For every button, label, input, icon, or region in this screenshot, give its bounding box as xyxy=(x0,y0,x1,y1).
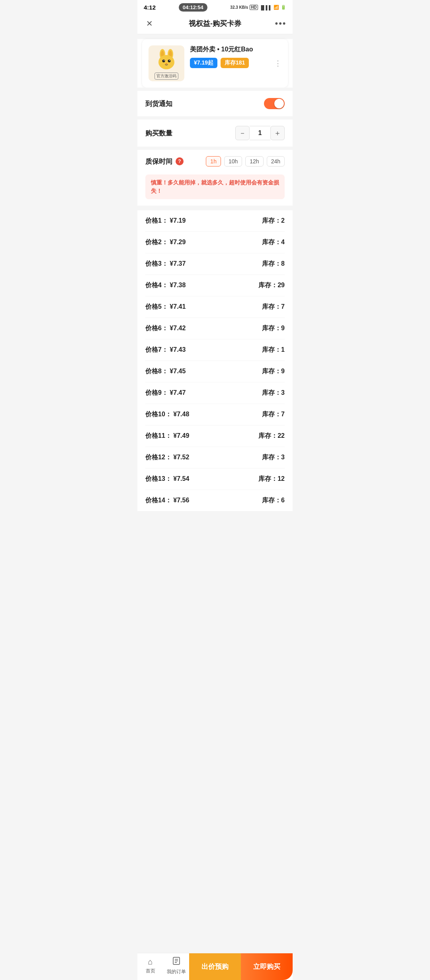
home-label: 首页 xyxy=(146,968,155,974)
price-label: 价格2： ¥7.29 xyxy=(145,238,186,247)
time-option-12h[interactable]: 12h xyxy=(245,156,263,167)
time-option-10h[interactable]: 10h xyxy=(224,156,242,167)
price-row[interactable]: 价格10： ¥7.48库存：7 xyxy=(145,404,285,425)
price-stock: 库存：9 xyxy=(262,324,285,333)
quantity-value: 1 xyxy=(250,126,270,140)
price-stock: 库存：7 xyxy=(262,303,285,311)
price-stock: 库存：29 xyxy=(258,281,285,290)
price-list: 价格1： ¥7.19库存：2价格2： ¥7.29库存：4价格3： ¥7.37库存… xyxy=(137,210,293,511)
nav-bar: ✕ 视权益-购买卡券 ••• xyxy=(137,13,293,34)
divider-4 xyxy=(137,206,293,209)
price-label: 价格5： ¥7.41 xyxy=(145,303,186,311)
price-row[interactable]: 价格5： ¥7.41库存：7 xyxy=(145,296,285,318)
content-body: 官方激活码 美团外卖 • 10元红Bao ¥7.19起 库存181 ⋮ 到货通知… xyxy=(137,39,293,543)
price-stock: 库存：2 xyxy=(262,217,285,225)
quantity-controls: － 1 ＋ xyxy=(235,126,285,140)
price-label: 价格8： ¥7.45 xyxy=(145,367,186,376)
price-stock: 库存：6 xyxy=(262,496,285,505)
signal-icon: ▐▌▌▌ xyxy=(260,5,272,10)
question-icon: ? xyxy=(178,159,181,164)
orders-icon xyxy=(172,956,181,967)
status-bar: 4:12 04:12:54 32.3 KB/s HD ▐▌▌▌ 📶 🔋 xyxy=(137,0,293,13)
price-label: 价格12： ¥7.52 xyxy=(145,453,189,462)
buynow-label: 立即购买 xyxy=(253,962,280,971)
price-stock: 库存：9 xyxy=(262,367,285,376)
quantity-minus-button[interactable]: － xyxy=(235,126,250,140)
price-row[interactable]: 价格11： ¥7.49库存：22 xyxy=(145,425,285,447)
product-more-button[interactable]: ⋮ xyxy=(274,59,281,68)
price-stock: 库存：22 xyxy=(258,432,285,440)
price-row[interactable]: 价格9： ¥7.47库存：3 xyxy=(145,382,285,404)
svg-point-9 xyxy=(166,63,168,65)
price-label: 价格13： ¥7.54 xyxy=(145,475,189,483)
warning-text: 慎重！多久能用掉，就选多久，超时使用会有资金损失！ xyxy=(151,178,279,195)
arrival-notice-toggle[interactable] xyxy=(264,98,285,109)
price-stock: 库存：1 xyxy=(262,346,285,354)
buynow-button[interactable]: 立即购买 xyxy=(241,953,293,980)
stock-tag: 库存181 xyxy=(221,58,249,68)
home-icon: ⌂ xyxy=(148,957,152,966)
page-title: 视权益-购买卡券 xyxy=(155,19,275,28)
arrival-notice-label: 到货通知 xyxy=(145,99,172,108)
price-label: 价格7： ¥7.43 xyxy=(145,346,186,354)
price-label: 价格10： ¥7.48 xyxy=(145,410,189,419)
svg-point-6 xyxy=(168,60,171,63)
product-image: 官方激活码 xyxy=(149,45,184,81)
wifi-icon: 📶 xyxy=(274,5,279,10)
more-button[interactable]: ••• xyxy=(275,18,286,29)
warranty-inner: 质保时间 ? 1h 10h 12h 24h 慎重！多久能用掉，就选多久，超时使用… xyxy=(137,150,293,206)
price-label: 价格9： ¥7.47 xyxy=(145,389,186,397)
price-label: 价格4： ¥7.38 xyxy=(145,281,186,290)
price-stock: 库存：3 xyxy=(262,453,285,462)
product-rabbit-image xyxy=(154,47,178,71)
quantity-row: 购买数量 － 1 ＋ xyxy=(137,120,293,147)
home-tab[interactable]: ⌂ 首页 xyxy=(137,953,163,980)
orders-tab[interactable]: 我的订单 xyxy=(163,953,189,980)
product-card: 官方激活码 美团外卖 • 10元红Bao ¥7.19起 库存181 ⋮ xyxy=(142,39,288,88)
price-row[interactable]: 价格2： ¥7.29库存：4 xyxy=(145,232,285,253)
price-label: 价格1： ¥7.19 xyxy=(145,217,186,225)
status-time: 4:12 xyxy=(144,4,156,11)
status-center-time: 04:12:54 xyxy=(179,3,207,12)
close-button[interactable]: ✕ xyxy=(144,18,155,29)
price-stock: 库存：7 xyxy=(262,410,285,419)
svg-point-5 xyxy=(162,60,165,63)
official-badge: 官方激活码 xyxy=(154,73,178,80)
bottom-nav: ⌂ 首页 我的订单 出价预购 立即购买 xyxy=(137,953,293,980)
price-stock: 库存：3 xyxy=(262,389,285,397)
svg-point-7 xyxy=(164,60,164,61)
preorder-button[interactable]: 出价预购 xyxy=(189,953,241,980)
price-row[interactable]: 价格7： ¥7.43库存：1 xyxy=(145,339,285,361)
arrival-notice-row: 到货通知 xyxy=(137,91,293,116)
price-row[interactable]: 价格6： ¥7.42库存：9 xyxy=(145,318,285,339)
divider-3 xyxy=(137,147,293,150)
time-option-1h[interactable]: 1h xyxy=(206,156,221,167)
preorder-label: 出价预购 xyxy=(201,962,229,971)
toggle-track[interactable] xyxy=(264,98,285,109)
battery-icon: 🔋 xyxy=(281,5,286,10)
price-row[interactable]: 价格12： ¥7.52库存：3 xyxy=(145,447,285,468)
warranty-label-wrap: 质保时间 ? xyxy=(145,157,184,166)
warning-arrow xyxy=(158,174,165,178)
price-stock: 库存：8 xyxy=(262,260,285,268)
product-name: 美团外卖 • 10元红Bao xyxy=(190,45,269,54)
minus-icon: － xyxy=(239,128,246,138)
status-icons: 32.3 KB/s HD ▐▌▌▌ 📶 🔋 xyxy=(230,5,286,10)
warning-banner: 慎重！多久能用掉，就选多久，超时使用会有资金损失！ xyxy=(145,174,285,199)
price-row[interactable]: 价格3： ¥7.37库存：8 xyxy=(145,253,285,275)
price-row[interactable]: 价格4： ¥7.38库存：29 xyxy=(145,275,285,296)
price-row[interactable]: 价格14： ¥7.56库存：6 xyxy=(145,490,285,511)
quantity-plus-button[interactable]: ＋ xyxy=(270,126,285,140)
warranty-section: 质保时间 ? 1h 10h 12h 24h 慎重！多久能用掉，就选多久，超时使用… xyxy=(137,150,293,206)
price-label: 价格14： ¥7.56 xyxy=(145,496,189,505)
price-row[interactable]: 价格1： ¥7.19库存：2 xyxy=(145,210,285,232)
price-stock: 库存：4 xyxy=(262,238,285,247)
help-icon[interactable]: ? xyxy=(176,157,184,165)
warning-container: 慎重！多久能用掉，就选多久，超时使用会有资金损失！ xyxy=(145,174,285,199)
time-option-24h[interactable]: 24h xyxy=(267,156,285,167)
toggle-thumb xyxy=(274,99,284,108)
price-row[interactable]: 价格8： ¥7.45库存：9 xyxy=(145,361,285,382)
price-row[interactable]: 价格13： ¥7.54库存：12 xyxy=(145,468,285,490)
svg-point-8 xyxy=(169,60,170,61)
more-icon: ••• xyxy=(275,18,286,29)
